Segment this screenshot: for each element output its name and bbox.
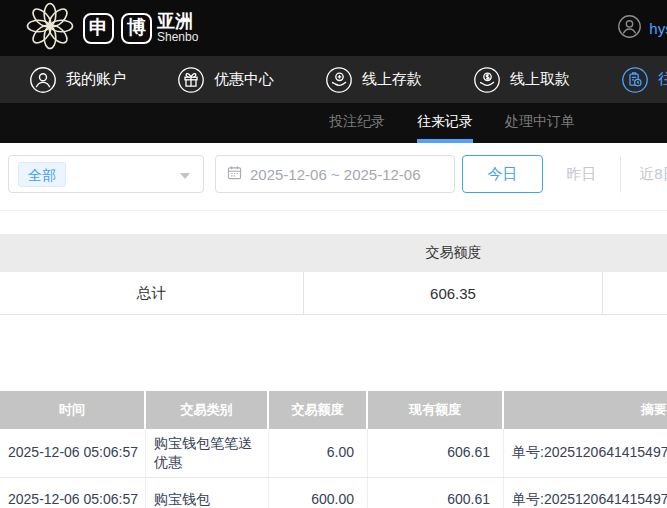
nav-item-my-account[interactable]: 我的账户	[30, 67, 126, 93]
chevron-down-icon	[180, 173, 190, 179]
deposit-icon	[326, 67, 352, 93]
brand-latin: Shenbo	[157, 31, 198, 44]
summary-header-row: 交易额度	[0, 234, 667, 272]
column-header-balance: 现有额度	[368, 391, 504, 429]
filter-bar: 全部 2025-12-06 ~ 2025-12-06 今日 昨日 近8日	[0, 143, 667, 211]
column-header-summary: 摘要	[504, 391, 667, 429]
cell-type: 购宝钱包	[146, 478, 269, 508]
summary-total-label: 总计	[0, 272, 304, 314]
cell-balance: 600.61	[368, 478, 504, 508]
today-button[interactable]: 今日	[462, 155, 543, 193]
nav-item-deposit[interactable]: 线上存款	[326, 67, 422, 93]
summary-header-amount: 交易额度	[304, 234, 603, 272]
column-header-type: 交易类别	[146, 391, 269, 429]
quick-date-buttons: 今日 昨日 近8日	[462, 155, 667, 193]
username[interactable]: hysh	[649, 20, 667, 37]
cell-time: 2025-12-06 05:06:57	[0, 429, 146, 477]
withdraw-icon	[474, 67, 500, 93]
user-icon	[30, 67, 56, 93]
page: 申 博 亚洲 Shenbo hysh	[0, 0, 667, 508]
cell-amount: 6.00	[269, 429, 368, 477]
nav-item-label: 线上存款	[362, 70, 422, 89]
nav-item-withdraw[interactable]: 线上取款	[474, 67, 570, 93]
yesterday-button[interactable]: 昨日	[543, 155, 620, 193]
tab-transaction-records[interactable]: 往来记录	[417, 103, 473, 143]
tab-pending-orders[interactable]: 处理中订单	[505, 103, 575, 143]
summary-header-empty-2	[603, 234, 667, 272]
gift-icon	[178, 67, 204, 93]
cell-amount: 600.00	[269, 478, 368, 508]
column-header-time: 时间	[0, 391, 146, 429]
avatar-icon	[618, 15, 641, 42]
table-row: 2025-12-06 05:06:57 购宝钱包 600.00 600.61 单…	[0, 478, 667, 508]
user-area[interactable]: hysh	[618, 0, 667, 56]
flower-logo-icon	[24, 0, 76, 56]
main-nav: 我的账户 优惠中心	[0, 56, 667, 103]
nav-item-promotions[interactable]: 优惠中心	[178, 67, 274, 93]
nav-item-records[interactable]: 往来记录	[622, 67, 667, 93]
logo-char-shen: 申	[83, 13, 114, 44]
calendar-icon	[227, 165, 242, 184]
type-select[interactable]: 全部	[8, 155, 204, 193]
nav-item-label: 往来记录	[658, 70, 667, 89]
summary-header-empty	[0, 234, 304, 272]
record-tabs: 投注纪录 往来记录 处理中订单	[0, 103, 667, 143]
date-range-value: 2025-12-06 ~ 2025-12-06	[250, 166, 421, 183]
date-range-input[interactable]: 2025-12-06 ~ 2025-12-06	[215, 155, 455, 193]
summary-table: 交易额度 总计 606.35	[0, 234, 667, 315]
cell-summary: 单号:2025120641415497	[504, 478, 667, 508]
logo-char-bo: 博	[121, 13, 152, 44]
brand-region: 亚洲	[157, 12, 198, 31]
nav-item-label: 我的账户	[66, 70, 126, 89]
cell-type: 购宝钱包笔笔送优惠	[146, 429, 269, 477]
transactions-table: 时间 交易类别 交易额度 现有额度 摘要 2025-12-06 05:06:57…	[0, 391, 667, 508]
summary-total-extra	[603, 272, 667, 314]
column-header-amount: 交易额度	[269, 391, 368, 429]
table-row: 2025-12-06 05:06:57 购宝钱包笔笔送优惠 6.00 606.6…	[0, 429, 667, 478]
brand-text: 亚洲 Shenbo	[157, 12, 198, 43]
last-8-days-button[interactable]: 近8日	[620, 155, 667, 193]
nav-item-label: 优惠中心	[214, 70, 274, 89]
summary-total-row: 总计 606.35	[0, 272, 667, 315]
cell-summary: 单号:2025120641415497	[504, 429, 667, 477]
records-icon	[622, 67, 648, 93]
top-header: 申 博 亚洲 Shenbo hysh	[0, 0, 667, 56]
summary-total-amount: 606.35	[304, 272, 603, 314]
tab-bet-records[interactable]: 投注纪录	[329, 103, 385, 143]
transactions-header-row: 时间 交易类别 交易额度 现有额度 摘要	[0, 391, 667, 429]
nav-item-label: 线上取款	[510, 70, 570, 89]
type-select-tag[interactable]: 全部	[18, 162, 66, 187]
cell-time: 2025-12-06 05:06:57	[0, 478, 146, 508]
brand-logo[interactable]: 申 博 亚洲 Shenbo	[0, 0, 198, 56]
cell-balance: 606.61	[368, 429, 504, 477]
